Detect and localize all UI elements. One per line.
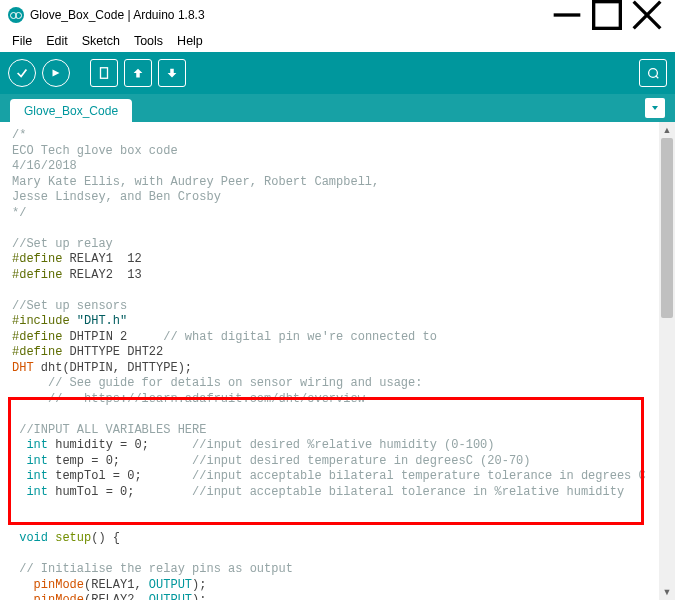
code-token: //input desired temperature in degreesC … xyxy=(192,454,530,468)
svg-marker-6 xyxy=(134,69,143,78)
code-token: () { xyxy=(91,531,120,545)
window-title: Glove_Box_Code | Arduino 1.8.3 xyxy=(30,8,547,22)
code-token: DHT xyxy=(12,361,34,375)
code-token: temp = 0; xyxy=(48,454,192,468)
code-token: #define xyxy=(12,252,62,266)
code-token: humTol = 0; xyxy=(48,485,192,499)
vertical-scrollbar[interactable]: ▲ ▼ xyxy=(659,122,675,600)
code-line: //Set up sensors xyxy=(12,299,127,313)
code-token: int xyxy=(12,469,48,483)
svg-marker-4 xyxy=(53,70,60,77)
title-bar: Glove_Box_Code | Arduino 1.8.3 xyxy=(0,0,675,30)
maximize-button[interactable] xyxy=(587,1,627,29)
code-line: // Initialise the relay pins as output xyxy=(12,562,293,576)
code-token: (RELAY1, xyxy=(84,578,149,592)
code-token: void xyxy=(12,531,48,545)
svg-marker-10 xyxy=(652,106,658,110)
code-token: setup xyxy=(55,531,91,545)
editor-area: /* ECO Tech glove box code 4/16/2018 Mar… xyxy=(0,122,675,600)
tab-menu-button[interactable] xyxy=(645,98,665,118)
close-button[interactable] xyxy=(627,1,667,29)
menu-sketch[interactable]: Sketch xyxy=(76,32,126,50)
code-line: ECO Tech glove box code xyxy=(12,144,178,158)
upload-button[interactable] xyxy=(42,59,70,87)
code-token: OUTPUT xyxy=(149,578,192,592)
code-line: Mary Kate Ellis, with Audrey Peer, Rober… xyxy=(12,175,379,189)
serial-monitor-button[interactable] xyxy=(639,59,667,87)
code-token: pinMode xyxy=(12,578,84,592)
tab-bar: Glove_Box_Code xyxy=(0,94,675,122)
code-token: ); xyxy=(192,578,206,592)
verify-button[interactable] xyxy=(8,59,36,87)
code-token: dht(DHTPIN, DHTTYPE); xyxy=(34,361,192,375)
new-button[interactable] xyxy=(90,59,118,87)
code-token: DHTTYPE DHT22 xyxy=(62,345,163,359)
scroll-down-arrow[interactable]: ▼ xyxy=(659,584,675,600)
tab-active[interactable]: Glove_Box_Code xyxy=(10,99,132,122)
toolbar xyxy=(0,52,675,94)
code-token: pinMode xyxy=(12,593,84,600)
code-line: // https://learn.adafruit.com/dht/overvi… xyxy=(12,392,365,406)
menu-edit[interactable]: Edit xyxy=(40,32,74,50)
code-line: /* xyxy=(12,128,26,142)
save-button[interactable] xyxy=(158,59,186,87)
code-token: #define xyxy=(12,268,62,282)
code-token: humidity = 0; xyxy=(48,438,192,452)
code-token: tempTol = 0; xyxy=(48,469,192,483)
code-token: int xyxy=(12,438,48,452)
scrollbar-thumb[interactable] xyxy=(661,138,673,318)
code-line: Jesse Lindsey, and Ben Crosby xyxy=(12,190,221,204)
svg-rect-5 xyxy=(101,68,108,79)
svg-rect-1 xyxy=(594,2,621,29)
code-token: //input desired %relative humidity (0-10… xyxy=(192,438,494,452)
svg-line-9 xyxy=(656,76,659,79)
code-line: */ xyxy=(12,206,26,220)
code-token: RELAY2 13 xyxy=(62,268,141,282)
code-token: #define xyxy=(12,345,62,359)
menu-file[interactable]: File xyxy=(6,32,38,50)
code-line: //Set up relay xyxy=(12,237,113,251)
scroll-up-arrow[interactable]: ▲ xyxy=(659,122,675,138)
code-token: DHTPIN 2 xyxy=(62,330,163,344)
menu-bar: File Edit Sketch Tools Help xyxy=(0,30,675,52)
code-token: #define xyxy=(12,330,62,344)
code-line: 4/16/2018 xyxy=(12,159,77,173)
code-token: // what digital pin we're connected to xyxy=(163,330,437,344)
code-editor[interactable]: /* ECO Tech glove box code 4/16/2018 Mar… xyxy=(0,122,675,600)
code-token: (RELAY2, xyxy=(84,593,149,600)
menu-help[interactable]: Help xyxy=(171,32,209,50)
open-button[interactable] xyxy=(124,59,152,87)
code-token: int xyxy=(12,454,48,468)
arduino-logo-icon xyxy=(8,7,24,23)
code-token: ); xyxy=(192,593,206,600)
code-token: int xyxy=(12,485,48,499)
svg-marker-7 xyxy=(168,69,177,78)
code-token: //input acceptable bilateral temperature… xyxy=(192,469,646,483)
code-token: #include xyxy=(12,314,70,328)
code-token: //input acceptable bilateral tolerance i… xyxy=(192,485,624,499)
menu-tools[interactable]: Tools xyxy=(128,32,169,50)
code-token: RELAY1 12 xyxy=(62,252,141,266)
code-token: "DHT.h" xyxy=(70,314,128,328)
code-line: //INPUT ALL VARIABLES HERE xyxy=(12,423,206,437)
code-token: OUTPUT xyxy=(149,593,192,600)
code-line: // See guide for details on sensor wirin… xyxy=(12,376,422,390)
scrollbar-track[interactable] xyxy=(659,138,675,584)
minimize-button[interactable] xyxy=(547,1,587,29)
